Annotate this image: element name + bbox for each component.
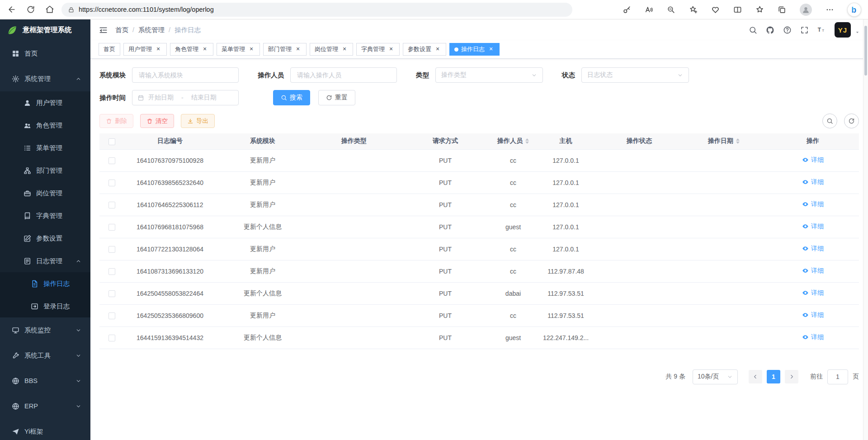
read-aloud-icon[interactable]: [645, 5, 653, 14]
view-tab-7[interactable]: 参数设置×: [403, 43, 446, 56]
delete-button[interactable]: 删除: [99, 114, 133, 128]
sidebar-item-2[interactable]: 用户管理: [0, 91, 90, 114]
view-tab-8[interactable]: 操作日志×: [449, 43, 500, 56]
breadcrumb-item[interactable]: 系统管理: [138, 26, 165, 34]
fullscreen-icon[interactable]: [800, 26, 809, 34]
collections-icon[interactable]: [778, 5, 786, 14]
close-icon[interactable]: ×: [341, 46, 348, 53]
row-checkbox[interactable]: [108, 180, 115, 186]
close-icon[interactable]: ×: [201, 46, 208, 53]
view-tab-1[interactable]: 用户管理×: [123, 43, 167, 56]
sidebar-item-5[interactable]: 部门管理: [0, 159, 90, 182]
status-select[interactable]: 日志状态: [581, 67, 689, 83]
breadcrumb-item[interactable]: 首页: [115, 26, 128, 34]
module-input[interactable]: [132, 67, 239, 83]
font-size-icon[interactable]: TT: [817, 26, 826, 34]
row-checkbox[interactable]: [108, 246, 115, 253]
detail-link[interactable]: 详细: [802, 245, 824, 253]
close-icon[interactable]: ×: [387, 46, 395, 53]
detail-link[interactable]: 详细: [802, 200, 824, 208]
user-avatar[interactable]: YJ: [835, 22, 851, 38]
page-size-select[interactable]: 10条/页: [693, 369, 738, 384]
export-button[interactable]: 导出: [181, 114, 215, 128]
sidebar-item-15[interactable]: ERP: [0, 393, 90, 419]
chevron-down-icon[interactable]: [855, 30, 860, 35]
sidebar-item-9[interactable]: 日志管理: [0, 250, 90, 272]
sidebar-item-14[interactable]: BBS: [0, 368, 90, 393]
column-header[interactable]: 操作日期: [681, 133, 767, 149]
date-range-picker[interactable]: 开始日期 - 结束日期: [132, 90, 239, 105]
sort-caret-icon[interactable]: [736, 137, 740, 146]
detail-link[interactable]: 详细: [802, 222, 824, 231]
browser-profile-avatar[interactable]: [800, 4, 812, 16]
row-checkbox[interactable]: [108, 290, 115, 297]
sidebar-item-3[interactable]: 角色管理: [0, 114, 90, 137]
close-icon[interactable]: ×: [155, 46, 162, 53]
view-tab-4[interactable]: 部门管理×: [263, 43, 307, 56]
close-icon[interactable]: ×: [248, 46, 255, 53]
close-icon[interactable]: ×: [294, 46, 302, 53]
detail-link[interactable]: 详细: [802, 267, 824, 275]
browser-home-icon[interactable]: [45, 5, 54, 14]
sidebar-item-10[interactable]: 操作日志: [0, 272, 90, 295]
toggle-search-button[interactable]: [822, 114, 837, 128]
column-header[interactable]: 操作人员: [492, 133, 534, 149]
sidebar-item-0[interactable]: 首页: [0, 41, 90, 66]
goto-page-input[interactable]: [827, 369, 848, 384]
row-checkbox[interactable]: [108, 268, 115, 275]
password-key-icon[interactable]: [623, 5, 631, 14]
browser-back-icon[interactable]: [7, 5, 16, 14]
operator-input[interactable]: [290, 67, 397, 83]
page-number-1[interactable]: 1: [767, 370, 780, 383]
menu-fold-icon[interactable]: [99, 25, 108, 35]
sidebar-item-1[interactable]: 系统管理: [0, 66, 90, 91]
view-tab-6[interactable]: 字典管理×: [356, 43, 400, 56]
prev-page-button[interactable]: [749, 370, 762, 383]
detail-link[interactable]: 详细: [802, 333, 824, 341]
header-search-icon[interactable]: [749, 26, 757, 34]
search-button[interactable]: 搜索: [273, 90, 310, 105]
sidebar-item-7[interactable]: 字典管理: [0, 204, 90, 227]
next-page-button[interactable]: [785, 370, 798, 383]
sidebar-item-4[interactable]: 菜单管理: [0, 137, 90, 159]
favorites-icon[interactable]: [755, 5, 764, 14]
view-tab-5[interactable]: 岗位管理×: [310, 43, 353, 56]
row-checkbox[interactable]: [108, 224, 115, 231]
sidebar-item-12[interactable]: 系统监控: [0, 317, 90, 343]
sort-caret-icon[interactable]: [525, 137, 529, 146]
scrollbar-thumb[interactable]: [864, 26, 867, 76]
browser-refresh-icon[interactable]: [26, 5, 35, 14]
help-icon[interactable]: [783, 26, 792, 34]
add-favorite-icon[interactable]: [689, 5, 698, 14]
bing-copilot-icon[interactable]: b: [848, 3, 861, 16]
view-tab-3[interactable]: 菜单管理×: [217, 43, 260, 56]
view-tab-2[interactable]: 角色管理×: [170, 43, 213, 56]
close-icon[interactable]: ×: [487, 46, 495, 53]
refresh-table-button[interactable]: [844, 114, 859, 128]
detail-link[interactable]: 详细: [802, 289, 824, 297]
close-icon[interactable]: ×: [434, 46, 441, 53]
browser-menu-icon[interactable]: [826, 5, 834, 14]
detail-link[interactable]: 详细: [802, 311, 824, 319]
view-tab-0[interactable]: 首页: [99, 43, 120, 56]
detail-link[interactable]: 详细: [802, 178, 824, 186]
row-checkbox[interactable]: [108, 312, 115, 319]
detail-link[interactable]: 详细: [802, 156, 824, 164]
github-icon[interactable]: [766, 26, 774, 34]
clear-button[interactable]: 清空: [140, 114, 174, 128]
row-checkbox[interactable]: [108, 335, 115, 341]
sidebar-item-6[interactable]: 岗位管理: [0, 182, 90, 204]
zoom-out-icon[interactable]: [667, 5, 675, 14]
browser-essentials-icon[interactable]: [711, 5, 720, 14]
type-select[interactable]: 操作类型: [435, 67, 543, 83]
split-screen-icon[interactable]: [733, 5, 742, 14]
sidebar-item-16[interactable]: Yi框架: [0, 419, 90, 440]
sidebar-item-11[interactable]: 登录日志: [0, 295, 90, 317]
row-checkbox[interactable]: [108, 202, 115, 208]
page-scrollbar[interactable]: [863, 19, 868, 440]
url-bar[interactable]: https://ccnetcore.com:1101/system/log/op…: [61, 3, 572, 17]
sidebar-item-8[interactable]: 参数设置: [0, 227, 90, 250]
select-all-checkbox[interactable]: [108, 138, 115, 145]
sidebar-item-13[interactable]: 系统工具: [0, 343, 90, 368]
row-checkbox[interactable]: [108, 157, 115, 164]
